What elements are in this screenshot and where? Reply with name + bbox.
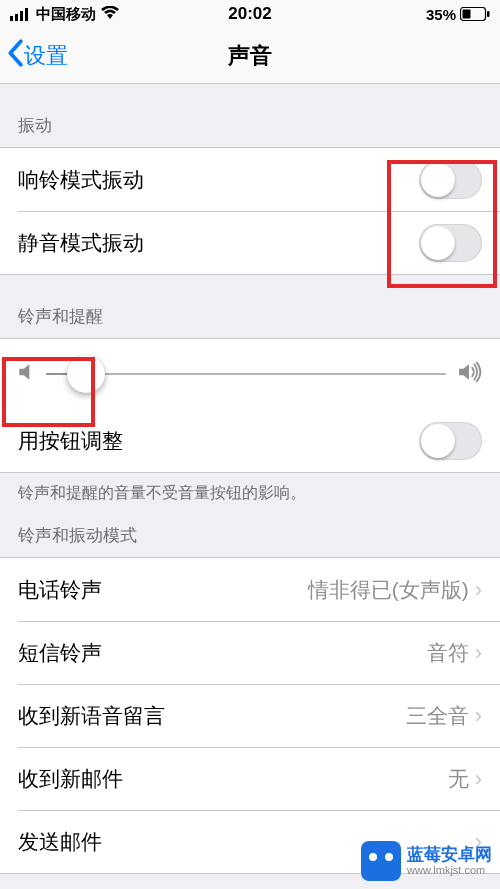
watermark-url: www.lmkjst.com <box>407 864 492 876</box>
row-label: 发送邮件 <box>18 828 102 856</box>
section-header-ringer: 铃声和提醒 <box>0 275 500 338</box>
row-value: 无› <box>448 765 482 793</box>
row-value: 音符› <box>427 639 482 667</box>
row-label: 短信铃声 <box>18 639 102 667</box>
watermark: 蓝莓安卓网 www.lmkjst.com <box>361 841 492 881</box>
status-bar: 中国移动 20:02 35% <box>0 0 500 28</box>
section-header-vibration: 振动 <box>0 84 500 147</box>
volume-slider[interactable] <box>46 373 446 375</box>
status-time: 20:02 <box>0 4 500 24</box>
speaker-low-icon <box>18 362 34 387</box>
back-button[interactable]: 设置 <box>6 39 68 73</box>
row-volume-slider <box>0 339 500 409</box>
row-label: 收到新邮件 <box>18 765 123 793</box>
group-ringer: 用按钮调整 <box>0 338 500 473</box>
slider-thumb[interactable] <box>67 355 105 393</box>
section-footer-ringer: 铃声和提醒的音量不受音量按钮的影响。 <box>0 473 500 504</box>
toggle-button-adjust[interactable] <box>419 422 482 460</box>
row-label: 静音模式振动 <box>18 229 144 257</box>
row-text-tone[interactable]: 短信铃声 音符› <box>0 621 500 684</box>
toggle-ring-vibrate[interactable] <box>419 161 482 199</box>
row-button-adjust: 用按钮调整 <box>0 409 500 472</box>
row-label: 电话铃声 <box>18 576 102 604</box>
row-label: 用按钮调整 <box>18 427 123 455</box>
chevron-right-icon: › <box>475 766 482 792</box>
chevron-right-icon: › <box>475 640 482 666</box>
page-title: 声音 <box>228 41 272 71</box>
row-label: 收到新语音留言 <box>18 702 165 730</box>
android-robot-icon <box>361 841 401 881</box>
toggle-silent-vibrate[interactable] <box>419 224 482 262</box>
chevron-left-icon <box>6 39 24 73</box>
group-patterns: 电话铃声 情非得已(女声版)› 短信铃声 音符› 收到新语音留言 三全音› 收到… <box>0 557 500 874</box>
watermark-title: 蓝莓安卓网 <box>407 846 492 865</box>
row-ring-vibrate: 响铃模式振动 <box>0 148 500 211</box>
row-value: 三全音› <box>406 702 482 730</box>
row-voicemail[interactable]: 收到新语音留言 三全音› <box>0 684 500 747</box>
row-value: 情非得已(女声版)› <box>308 576 482 604</box>
row-new-mail[interactable]: 收到新邮件 无› <box>0 747 500 810</box>
nav-bar: 设置 声音 <box>0 28 500 84</box>
speaker-high-icon <box>458 362 482 387</box>
section-header-patterns: 铃声和振动模式 <box>0 504 500 557</box>
row-label: 响铃模式振动 <box>18 166 144 194</box>
group-vibration: 响铃模式振动 静音模式振动 <box>0 147 500 275</box>
row-ringtone[interactable]: 电话铃声 情非得已(女声版)› <box>0 558 500 621</box>
row-silent-vibrate: 静音模式振动 <box>0 211 500 274</box>
chevron-right-icon: › <box>475 577 482 603</box>
back-label: 设置 <box>24 41 68 71</box>
chevron-right-icon: › <box>475 703 482 729</box>
